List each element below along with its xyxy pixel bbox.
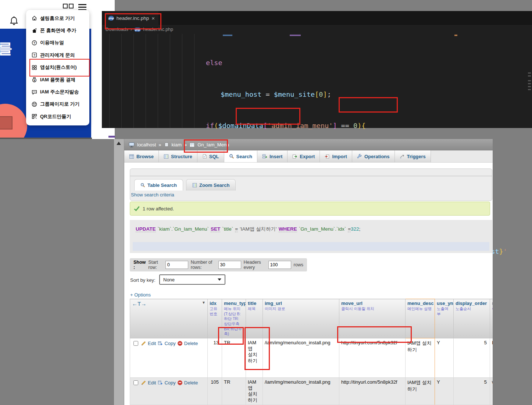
menu-item-group-page[interactable]: 그룹페이지로 가기 (26, 98, 89, 110)
menu-item-app-install[interactable]: 앱설치(원스토어) (26, 61, 89, 74)
zoom-search-icon (192, 183, 197, 188)
tab-search[interactable]: Search (224, 150, 257, 162)
row-checkbox[interactable] (133, 380, 138, 385)
breadcrumb-file[interactable]: header.inc.php (143, 27, 173, 32)
delete-icon[interactable] (178, 380, 182, 385)
triggers-icon (400, 154, 405, 159)
menu-item-contact-admin[interactable]: ? 관리자에게 문의 (26, 49, 89, 61)
group-icon (32, 102, 37, 107)
breadcrumb-folder[interactable]: Downloads (106, 27, 128, 32)
number-of-rows-label: Number of rows: (191, 260, 216, 270)
copy-link[interactable]: Copy (164, 341, 175, 346)
editor-tab-header-inc-php[interactable]: php header.inc.php × (105, 11, 158, 25)
page-scrollbar[interactable] (114, 139, 124, 405)
php-file-icon: php (108, 16, 114, 21)
breadcrumb-separator: » (158, 142, 161, 148)
cell-title: IAM앱 설치하기 (246, 338, 263, 377)
cell-title: IAM앱 설치하기 (246, 377, 263, 405)
tab-import[interactable]: Import (320, 150, 352, 162)
menu-item-qr-code[interactable]: QR코드만들기 (26, 110, 89, 122)
menu-item-iam-payment[interactable]: $ IAM 플랫폼 결제 (26, 74, 89, 86)
mobile-app-panel: 를 셀링홈으로 가기 폰 홈화면에 추가 ? 이용매뉴얼 ? (0, 0, 115, 139)
column-header-title: title제목 (246, 299, 263, 338)
sql-query-box: UPDATE`kiam`.`Gn_Iam_Menu`SET`title`='IA… (130, 220, 492, 253)
headers-every-input[interactable] (268, 261, 291, 269)
tab-operations[interactable]: Operations (352, 150, 395, 162)
delete-icon[interactable] (178, 341, 182, 346)
cell-menu-type: TR (222, 377, 246, 405)
breadcrumb-server[interactable]: localhost (137, 142, 156, 148)
cell-display-order: 5 (454, 338, 490, 377)
database-icon (164, 142, 169, 148)
pencil-icon[interactable] (141, 380, 146, 385)
money-bag-icon: $ (32, 77, 37, 82)
edit-link[interactable]: Edit (148, 380, 156, 386)
cell-idx: 105 (208, 377, 222, 405)
menu-item-selling-home[interactable]: 셀링홈으로 가기 (26, 12, 89, 24)
notification-bell-icon[interactable] (10, 16, 18, 27)
delete-link[interactable]: Delete (184, 341, 198, 346)
copy-link[interactable]: Copy (164, 380, 175, 386)
column-header-menu-desc: menu_desc메인메뉴 설명 (406, 299, 435, 338)
svg-text:$: $ (33, 79, 35, 82)
show-search-criteria-link[interactable]: Show search criteria (131, 192, 174, 198)
qr-code-icon (32, 114, 37, 119)
scroll-up-arrow-icon[interactable] (117, 142, 121, 145)
breadcrumb-database[interactable]: kiam (172, 142, 182, 148)
menu-item-iam-sms[interactable]: IAM 주소문자발송 (26, 86, 89, 98)
start-row-label: Start row: (148, 260, 163, 270)
mobile-bottom-edge (0, 138, 92, 139)
options-link[interactable]: + Options (130, 292, 151, 298)
question-square-icon: ? (32, 52, 37, 58)
sort-indicator-icon[interactable]: ▼ (202, 301, 206, 305)
cell-menu-type: TR (222, 338, 246, 377)
phpmyadmin-panel: localhost » kiam » Gn_Iam_Menu Browse St… (124, 139, 493, 405)
pma-breadcrumb: localhost » kiam » Gn_Iam_Menu (124, 139, 493, 150)
chevron-down-icon (218, 278, 221, 281)
svg-text:?: ? (33, 41, 35, 45)
show-label: Show : (133, 260, 146, 270)
close-tab-icon[interactable]: × (151, 15, 155, 21)
edit-link[interactable]: Edit (148, 341, 156, 346)
sql-actions-bar (133, 242, 489, 251)
copy-icon[interactable] (158, 341, 163, 346)
tab-sql[interactable]: SQL (197, 150, 224, 162)
subtab-table-search[interactable]: Table Search (134, 179, 183, 191)
subtab-zoom-search[interactable]: Zoom Search (186, 179, 236, 191)
tab-structure[interactable]: Structure (159, 150, 197, 162)
tab-export[interactable]: Export (288, 150, 320, 162)
menu-item-manual[interactable]: ? 이용매뉴얼 (26, 37, 89, 49)
app-grid-icon[interactable] (63, 4, 74, 8)
copy-icon[interactable] (158, 380, 163, 385)
cell-move-url: http://tinyurl.com/5n8pk32f (339, 338, 406, 377)
overview-ruler-mark (528, 89, 531, 90)
menu-item-add-home-screen[interactable]: 폰 홈화면에 추가 (26, 24, 89, 36)
tab-triggers[interactable]: Triggers (395, 150, 431, 162)
search-icon (140, 183, 145, 188)
clipped-code-line (290, 35, 301, 36)
column-header-move-url: move_url클릭시 이동할 위치 (339, 299, 406, 338)
sql-icon (202, 154, 207, 159)
mobile-dropdown-menu: 셀링홈으로 가기 폰 홈화면에 추가 ? 이용매뉴얼 ? 관리자에게 문의 앱설… (26, 10, 89, 125)
results-table: ←T→ ▼ idx고유 번호 menu_type메뉴 위치(T:상단 B:하단 … (130, 299, 493, 405)
start-row-input[interactable] (165, 261, 188, 269)
overview-ruler-mark (528, 75, 531, 77)
column-header-clipped: s이 (490, 299, 493, 338)
column-header-use-yn: use_yn노출여부 (435, 299, 454, 338)
sort-by-key-select[interactable]: None (159, 274, 225, 285)
pencil-icon[interactable] (141, 341, 146, 346)
tab-insert[interactable]: Insert (257, 150, 288, 162)
tab-browse[interactable]: Browse (124, 150, 159, 162)
editor-tab-bar: php header.inc.php × (102, 11, 532, 25)
breadcrumb-table[interactable]: Gn_Iam_Menu (197, 142, 229, 148)
clipped-code-line (223, 35, 232, 36)
svg-text:?: ? (33, 53, 35, 57)
rows-suffix: rows (294, 262, 303, 267)
wrench-icon (357, 154, 362, 159)
number-of-rows-input[interactable] (218, 261, 241, 269)
row-checkbox[interactable] (133, 341, 138, 346)
table-icon (189, 142, 195, 148)
tab-filename: header.inc.php (117, 15, 149, 21)
delete-link[interactable]: Delete (184, 380, 198, 386)
export-icon (292, 154, 297, 159)
